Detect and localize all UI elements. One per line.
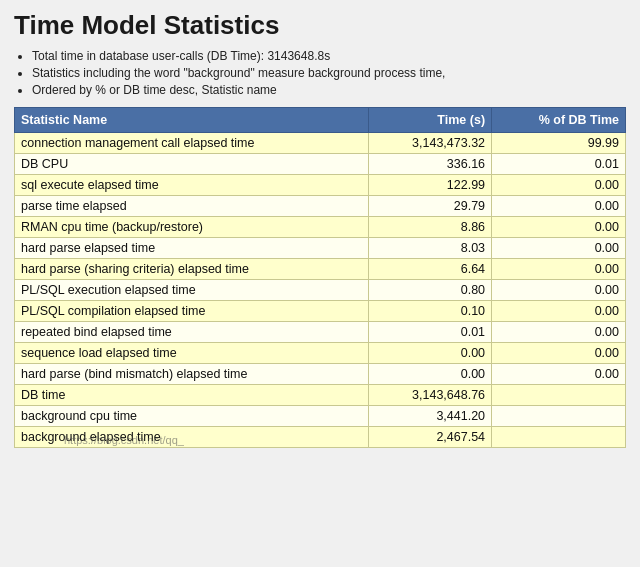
table-row: RMAN cpu time (backup/restore)8.860.00: [15, 217, 626, 238]
stat-time: 2,467.54: [368, 427, 491, 448]
table-row: DB time3,143,648.76: [15, 385, 626, 406]
stat-pct: 0.00: [492, 322, 626, 343]
bullet-item: Ordered by % or DB time desc, Statistic …: [32, 83, 626, 97]
stat-time: 0.01: [368, 322, 491, 343]
table-row: hard parse elapsed time8.030.00: [15, 238, 626, 259]
stat-time: 0.80: [368, 280, 491, 301]
stat-time: 8.86: [368, 217, 491, 238]
table-row: sql execute elapsed time122.990.00: [15, 175, 626, 196]
table-row: background cpu time3,441.20: [15, 406, 626, 427]
stat-pct: 0.00: [492, 217, 626, 238]
stat-pct: 0.00: [492, 196, 626, 217]
bullet-item: Statistics including the word "backgroun…: [32, 66, 626, 80]
stat-name: PL/SQL compilation elapsed time: [15, 301, 369, 322]
stat-pct: [492, 427, 626, 448]
table-row: background elapsed time2,467.54: [15, 427, 626, 448]
stat-time: 0.00: [368, 364, 491, 385]
stat-pct: 0.00: [492, 280, 626, 301]
stat-pct: 0.00: [492, 175, 626, 196]
stat-time: 6.64: [368, 259, 491, 280]
stat-name: hard parse (sharing criteria) elapsed ti…: [15, 259, 369, 280]
stat-name: DB CPU: [15, 154, 369, 175]
stat-pct: 0.00: [492, 343, 626, 364]
col-header-time: Time (s): [368, 108, 491, 133]
stat-name: parse time elapsed: [15, 196, 369, 217]
table-row: parse time elapsed29.790.00: [15, 196, 626, 217]
stat-pct: 0.00: [492, 238, 626, 259]
stat-name: RMAN cpu time (backup/restore): [15, 217, 369, 238]
stat-name: DB time: [15, 385, 369, 406]
table-row: sequence load elapsed time0.000.00: [15, 343, 626, 364]
stat-name: hard parse (bind mismatch) elapsed time: [15, 364, 369, 385]
stat-name: hard parse elapsed time: [15, 238, 369, 259]
table-row: hard parse (bind mismatch) elapsed time0…: [15, 364, 626, 385]
stat-time: 0.00: [368, 343, 491, 364]
stat-time: 29.79: [368, 196, 491, 217]
stat-name: background cpu time: [15, 406, 369, 427]
stat-name: background elapsed time: [15, 427, 369, 448]
stat-time: 122.99: [368, 175, 491, 196]
stat-time: 3,143,473.32: [368, 133, 491, 154]
page-title: Time Model Statistics: [14, 10, 626, 41]
table-container: Statistic Name Time (s) % of DB Time con…: [14, 107, 626, 448]
stat-name: sql execute elapsed time: [15, 175, 369, 196]
table-row: DB CPU336.160.01: [15, 154, 626, 175]
table-row: hard parse (sharing criteria) elapsed ti…: [15, 259, 626, 280]
stat-time: 3,441.20: [368, 406, 491, 427]
stat-time: 336.16: [368, 154, 491, 175]
stat-name: repeated bind elapsed time: [15, 322, 369, 343]
stat-time: 3,143,648.76: [368, 385, 491, 406]
table-row: repeated bind elapsed time0.010.00: [15, 322, 626, 343]
stat-pct: 0.00: [492, 301, 626, 322]
statistics-table: Statistic Name Time (s) % of DB Time con…: [14, 107, 626, 448]
table-row: PL/SQL compilation elapsed time0.100.00: [15, 301, 626, 322]
stat-pct: [492, 406, 626, 427]
stat-pct: 0.01: [492, 154, 626, 175]
col-header-name: Statistic Name: [15, 108, 369, 133]
stat-name: sequence load elapsed time: [15, 343, 369, 364]
col-header-pct: % of DB Time: [492, 108, 626, 133]
stat-time: 0.10: [368, 301, 491, 322]
bullet-item: Total time in database user-calls (DB Ti…: [32, 49, 626, 63]
bullet-list: Total time in database user-calls (DB Ti…: [32, 49, 626, 97]
stat-pct: 0.00: [492, 364, 626, 385]
table-row: PL/SQL execution elapsed time0.800.00: [15, 280, 626, 301]
stat-time: 8.03: [368, 238, 491, 259]
stat-pct: [492, 385, 626, 406]
stat-pct: 0.00: [492, 259, 626, 280]
stat-pct: 99.99: [492, 133, 626, 154]
stat-name: connection management call elapsed time: [15, 133, 369, 154]
table-row: connection management call elapsed time3…: [15, 133, 626, 154]
stat-name: PL/SQL execution elapsed time: [15, 280, 369, 301]
